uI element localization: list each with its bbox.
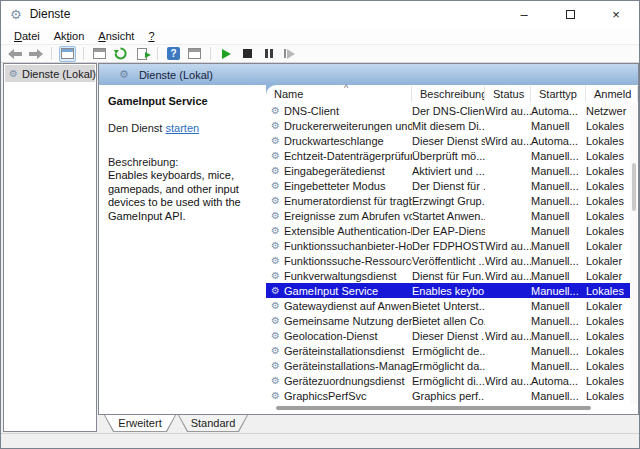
table-row[interactable]: ⚙FunkverwaltungsdienstDienst für Fun...W… bbox=[266, 268, 638, 283]
service-name-text: Eingabegerätedienst bbox=[284, 165, 385, 177]
column-header-status[interactable]: Status bbox=[485, 86, 531, 102]
stop-service-icon[interactable] bbox=[239, 46, 256, 62]
table-row[interactable]: ⚙GraphicsPerfSvcGraphics perf...Manuell.… bbox=[266, 388, 638, 403]
service-name-cell[interactable]: ⚙Ereignisse zum Abrufen von... bbox=[266, 210, 412, 222]
service-starttype-cell: Manuell bbox=[531, 240, 586, 252]
forward-icon[interactable] bbox=[27, 46, 44, 62]
service-name-text: Funkverwaltungsdienst bbox=[284, 270, 397, 282]
table-row[interactable]: ⚙Extensible Authentication-P...Der EAP-D… bbox=[266, 223, 638, 238]
back-icon[interactable] bbox=[6, 46, 23, 62]
menu-ansicht[interactable]: Ansicht bbox=[91, 29, 141, 43]
service-starttype-cell: Manuell... bbox=[531, 150, 586, 162]
stop-icon bbox=[243, 49, 252, 58]
service-gear-icon: ⚙ bbox=[271, 196, 280, 206]
service-gear-icon: ⚙ bbox=[271, 391, 280, 401]
table-row[interactable]: ⚙Ereignisse zum Abrufen von...Startet An… bbox=[266, 208, 638, 223]
service-starttype-cell: Manuell... bbox=[531, 345, 586, 357]
service-name-cell[interactable]: ⚙Enumeratordienst für tragb... bbox=[266, 195, 412, 207]
service-name-cell[interactable]: ⚙Extensible Authentication-P... bbox=[266, 225, 412, 237]
tab-standard[interactable]: Standard bbox=[178, 415, 248, 432]
service-name-cell[interactable]: ⚙Geräteinstallations-Manager bbox=[266, 360, 412, 372]
hscroll-thumb[interactable] bbox=[276, 406, 591, 410]
service-description-cell: Ermöglicht da... bbox=[412, 360, 485, 372]
menu-aktion[interactable]: Aktion bbox=[47, 29, 92, 43]
refresh-icon[interactable] bbox=[112, 46, 129, 62]
properties-window-icon[interactable] bbox=[91, 46, 108, 62]
service-gear-icon: ⚙ bbox=[271, 106, 280, 116]
service-name-cell[interactable]: ⚙DNS-Client bbox=[266, 105, 412, 117]
service-gear-icon: ⚙ bbox=[271, 301, 280, 311]
vscroll-thumb[interactable] bbox=[632, 163, 636, 211]
table-row[interactable]: ⚙Funktionssuche-Ressource...Veröffentlic… bbox=[266, 253, 638, 268]
tree-item-dienste-lokal[interactable]: ⚙ Dienste (Lokal) bbox=[5, 65, 95, 82]
close-button[interactable]: × bbox=[593, 1, 639, 27]
minimize-button[interactable]: – bbox=[501, 1, 547, 27]
service-gear-icon: ⚙ bbox=[271, 166, 280, 176]
service-name-cell[interactable]: ⚙Geräteinstallationsdienst bbox=[266, 345, 412, 357]
start-service-link[interactable]: starten bbox=[165, 122, 199, 134]
table-row[interactable]: ⚙GeräteinstallationsdienstErmöglicht de.… bbox=[266, 343, 638, 358]
vertical-scrollbar[interactable] bbox=[630, 103, 638, 404]
restart-service-icon[interactable] bbox=[281, 46, 298, 62]
service-name-cell[interactable]: ⚙Druckwarteschlange bbox=[266, 135, 412, 147]
service-description-cell: Aktiviert und ... bbox=[412, 165, 485, 177]
export-list-icon[interactable] bbox=[133, 46, 150, 62]
selected-service-name: GameInput Service bbox=[108, 95, 260, 107]
tab-erweitert[interactable]: Erweitert bbox=[104, 415, 176, 432]
service-name-cell[interactable]: ⚙Gerätezuordnungsdienst bbox=[266, 375, 412, 387]
service-name-cell[interactable]: ⚙Funktionssuche-Ressource... bbox=[266, 255, 412, 267]
table-row[interactable]: ⚙Eingebetteter ModusDer Dienst für ...Ma… bbox=[266, 178, 638, 193]
service-name-cell[interactable]: ⚙Echtzeit-Datenträgerprüfung bbox=[266, 150, 412, 162]
service-name-cell[interactable]: ⚙Gatewaydienst auf Anwend... bbox=[266, 300, 412, 312]
menu-datei[interactable]: Datei bbox=[7, 29, 47, 43]
service-starttype-cell: Manuell... bbox=[531, 315, 586, 327]
table-row[interactable]: ⚙Echtzeit-DatenträgerprüfungÜberprüft mö… bbox=[266, 148, 638, 163]
show-hide-pane-icon[interactable] bbox=[186, 46, 203, 62]
service-starttype-cell: Automa... bbox=[531, 375, 586, 387]
table-row[interactable]: ⚙GerätezuordnungsdienstErmöglicht di...W… bbox=[266, 373, 638, 388]
service-description-cell: Bietet allen Co... bbox=[412, 315, 485, 327]
table-row[interactable]: ⚙Druckererweiterungen und ...Mit diesem … bbox=[266, 118, 638, 133]
table-row[interactable]: ⚙Enumeratordienst für tragb...Erzwingt G… bbox=[266, 193, 638, 208]
service-name-cell[interactable]: ⚙Druckererweiterungen und ... bbox=[266, 120, 412, 132]
service-description-cell: Startet Anwen... bbox=[412, 210, 485, 222]
maximize-button[interactable] bbox=[547, 1, 593, 27]
service-name-cell[interactable]: ⚙Eingabegerätedienst bbox=[266, 165, 412, 177]
table-row[interactable]: ⚙GameInput ServiceEnables keybo...Manuel… bbox=[266, 283, 638, 298]
service-name-cell[interactable]: ⚙GameInput Service bbox=[266, 285, 412, 297]
service-name-cell[interactable]: ⚙Funktionssuchanbieter-Host bbox=[266, 240, 412, 252]
services-gear-icon: ⚙ bbox=[9, 69, 18, 79]
table-row[interactable]: ⚙EingabegerätedienstAktiviert und ...Man… bbox=[266, 163, 638, 178]
service-status-cell: Wird au... bbox=[485, 375, 531, 387]
table-row[interactable]: ⚙Funktionssuchanbieter-HostDer FDPHOST..… bbox=[266, 238, 638, 253]
window-title: Dienste bbox=[30, 7, 71, 21]
horizontal-scrollbar[interactable] bbox=[266, 404, 630, 412]
menu-help[interactable]: ? bbox=[141, 29, 161, 43]
service-name-cell[interactable]: ⚙Gemeinsame Nutzung der I... bbox=[266, 315, 412, 327]
window-pane-icon bbox=[188, 48, 201, 59]
show-console-tree-icon[interactable] bbox=[59, 46, 76, 62]
table-row[interactable]: ⚙DruckwarteschlangeDieser Dienst s...Wir… bbox=[266, 133, 638, 148]
pause-service-icon[interactable] bbox=[260, 46, 277, 62]
service-list-pane: Name Beschreibung Status Starttyp Anmeld… bbox=[266, 85, 638, 414]
service-name-cell[interactable]: ⚙Eingebetteter Modus bbox=[266, 180, 412, 192]
help-icon[interactable]: ? bbox=[165, 46, 182, 62]
title-bar[interactable]: ⚙ Dienste – × bbox=[1, 1, 639, 27]
service-table-body: ⚙DNS-ClientDer DNS-Clien...Wird au...Aut… bbox=[266, 103, 638, 404]
service-gear-icon: ⚙ bbox=[271, 181, 280, 191]
service-starttype-cell: Manuell bbox=[531, 270, 586, 282]
column-header-starttyp[interactable]: Starttyp bbox=[531, 86, 586, 102]
service-name-cell[interactable]: ⚙Geolocation-Dienst bbox=[266, 330, 412, 342]
column-header-anmelden[interactable]: Anmeld bbox=[586, 86, 638, 102]
start-service-icon[interactable] bbox=[218, 46, 235, 62]
table-row[interactable]: ⚙Gatewaydienst auf Anwend...Bietet Unter… bbox=[266, 298, 638, 313]
service-name-cell[interactable]: ⚙Funkverwaltungsdienst bbox=[266, 270, 412, 282]
service-name-cell[interactable]: ⚙GraphicsPerfSvc bbox=[266, 390, 412, 402]
table-row[interactable]: ⚙DNS-ClientDer DNS-Clien...Wird au...Aut… bbox=[266, 103, 638, 118]
description-text: Enables keyboards, mice, gamepads, and o… bbox=[108, 169, 260, 223]
column-header-name[interactable]: Name bbox=[266, 86, 412, 102]
column-header-beschreibung[interactable]: Beschreibung bbox=[412, 86, 485, 102]
table-row[interactable]: ⚙Geräteinstallations-ManagerErmöglicht d… bbox=[266, 358, 638, 373]
table-row[interactable]: ⚙Geolocation-DienstDieser Dienst ...Wird… bbox=[266, 328, 638, 343]
table-row[interactable]: ⚙Gemeinsame Nutzung der I...Bietet allen… bbox=[266, 313, 638, 328]
